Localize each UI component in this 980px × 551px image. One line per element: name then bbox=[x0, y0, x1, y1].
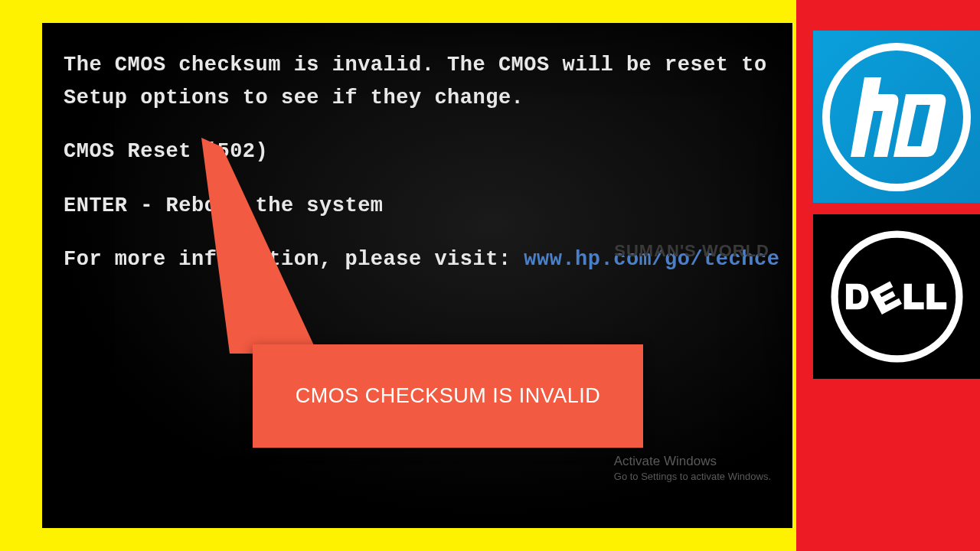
dell-logo-panel bbox=[813, 214, 980, 379]
bios-line-3: CMOS Reset (502) bbox=[64, 136, 779, 168]
activate-sub: Go to Settings to activate Windows. bbox=[614, 471, 771, 482]
channel-watermark: SUMAN'S WORLD bbox=[614, 241, 769, 261]
hp-logo-icon bbox=[820, 41, 973, 194]
bios-line-4: ENTER - Reboot the system bbox=[64, 191, 779, 222]
bios-line-2: Setup options to see if they change. bbox=[64, 83, 779, 114]
svg-point-1 bbox=[826, 47, 967, 187]
activate-title: Activate Windows bbox=[614, 454, 771, 469]
dell-logo-icon bbox=[826, 226, 968, 367]
bios-line-1: The CMOS checksum is invalid. The CMOS w… bbox=[64, 50, 779, 81]
bios-info-text: For more information, please visit: bbox=[64, 248, 524, 271]
callout-text: CMOS CHECKSUM IS INVALID bbox=[296, 384, 601, 408]
callout-box: CMOS CHECKSUM IS INVALID bbox=[253, 344, 643, 448]
hp-logo-panel bbox=[813, 31, 980, 203]
svg-point-2 bbox=[835, 234, 959, 359]
activate-windows-watermark: Activate Windows Go to Settings to activ… bbox=[614, 454, 771, 482]
bios-screen: The CMOS checksum is invalid. The CMOS w… bbox=[42, 23, 792, 528]
